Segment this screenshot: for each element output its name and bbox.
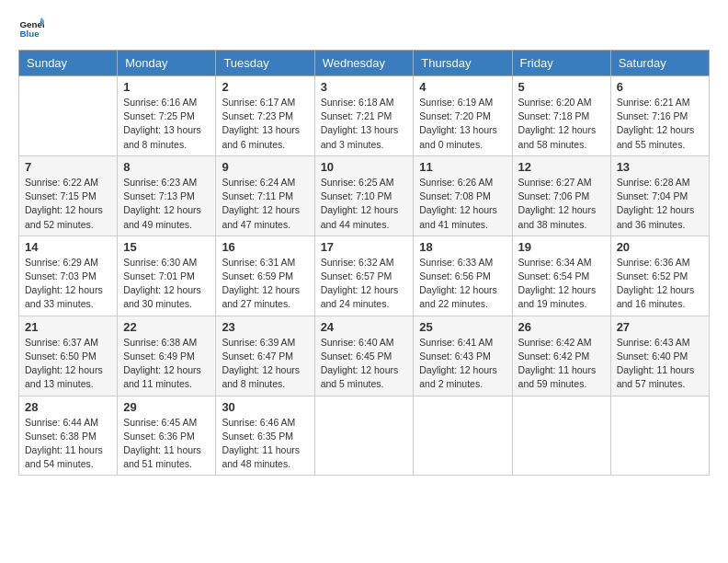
calendar-cell: 17Sunrise: 6:32 AMSunset: 6:57 PMDayligh… (314, 236, 414, 316)
daylight: Daylight: 12 hours and 38 minutes. (518, 204, 597, 229)
daylight: Daylight: 12 hours and 44 minutes. (321, 204, 399, 229)
day-number: 8 (123, 160, 210, 174)
day-number: 16 (222, 240, 308, 254)
sunrise: Sunrise: 6:29 AM (25, 257, 98, 268)
sunset: Sunset: 7:21 PM (321, 110, 392, 121)
daylight: Daylight: 12 hours and 2 minutes. (419, 364, 497, 389)
daylight: Daylight: 11 hours and 48 minutes. (222, 444, 300, 469)
calendar-cell: 4Sunrise: 6:19 AMSunset: 7:20 PMDaylight… (414, 76, 512, 156)
sunrise: Sunrise: 6:33 AM (419, 257, 493, 268)
calendar-cell: 11Sunrise: 6:26 AMSunset: 7:08 PMDayligh… (414, 155, 512, 236)
sunrise: Sunrise: 6:16 AM (123, 97, 197, 108)
sunset: Sunset: 7:08 PM (419, 190, 491, 201)
calendar-cell (414, 396, 512, 476)
day-number: 30 (222, 400, 308, 414)
daylight: Daylight: 12 hours and 47 minutes. (222, 204, 300, 229)
day-info: Sunrise: 6:33 AMSunset: 6:56 PMDaylight:… (419, 256, 506, 312)
weekday-header: Wednesday (314, 51, 414, 76)
calendar-cell (19, 76, 118, 156)
sunrise: Sunrise: 6:28 AM (617, 177, 690, 188)
day-number: 17 (321, 240, 408, 254)
sunset: Sunset: 7:03 PM (25, 270, 97, 282)
day-info: Sunrise: 6:29 AMSunset: 7:03 PMDaylight:… (25, 256, 111, 312)
sunset: Sunset: 6:40 PM (617, 350, 688, 362)
day-info: Sunrise: 6:20 AMSunset: 7:18 PMDaylight:… (518, 96, 605, 152)
calendar-cell: 14Sunrise: 6:29 AMSunset: 7:03 PMDayligh… (19, 236, 118, 316)
calendar-cell: 2Sunrise: 6:17 AMSunset: 7:23 PMDaylight… (216, 76, 314, 156)
sunset: Sunset: 6:47 PM (222, 350, 293, 362)
calendar-cell: 29Sunrise: 6:45 AMSunset: 6:36 PMDayligh… (118, 396, 216, 476)
daylight: Daylight: 11 hours and 54 minutes. (25, 444, 103, 469)
sunrise: Sunrise: 6:31 AM (222, 257, 295, 268)
daylight: Daylight: 12 hours and 49 minutes. (123, 204, 201, 229)
calendar-cell: 9Sunrise: 6:24 AMSunset: 7:11 PMDaylight… (216, 155, 314, 236)
day-number: 11 (419, 160, 506, 174)
sunset: Sunset: 7:11 PM (222, 190, 293, 201)
sunset: Sunset: 6:54 PM (518, 270, 590, 282)
day-number: 6 (617, 80, 703, 94)
sunrise: Sunrise: 6:32 AM (321, 257, 394, 268)
page-header: General Blue (18, 15, 710, 40)
daylight: Daylight: 13 hours and 6 minutes. (222, 124, 300, 149)
calendar-cell (610, 396, 709, 476)
day-number: 28 (25, 400, 111, 414)
daylight: Daylight: 12 hours and 13 minutes. (25, 364, 103, 389)
calendar-cell: 15Sunrise: 6:30 AMSunset: 7:01 PMDayligh… (118, 236, 216, 316)
calendar-cell: 30Sunrise: 6:46 AMSunset: 6:35 PMDayligh… (216, 396, 314, 476)
sunset: Sunset: 6:36 PM (123, 431, 195, 442)
weekday-header: Monday (118, 51, 216, 76)
daylight: Daylight: 12 hours and 16 minutes. (617, 284, 695, 309)
sunset: Sunset: 6:35 PM (222, 431, 293, 442)
weekday-header: Friday (512, 51, 610, 76)
calendar-cell: 16Sunrise: 6:31 AMSunset: 6:59 PMDayligh… (216, 236, 314, 316)
daylight: Daylight: 12 hours and 8 minutes. (222, 364, 300, 389)
day-number: 10 (321, 160, 408, 174)
daylight: Daylight: 13 hours and 0 minutes. (419, 124, 497, 149)
daylight: Daylight: 12 hours and 5 minutes. (321, 364, 399, 389)
calendar-week-row: 14Sunrise: 6:29 AMSunset: 7:03 PMDayligh… (19, 236, 710, 316)
sunrise: Sunrise: 6:27 AM (518, 177, 592, 188)
calendar-cell (314, 396, 414, 476)
day-info: Sunrise: 6:43 AMSunset: 6:40 PMDaylight:… (617, 336, 703, 392)
sunrise: Sunrise: 6:30 AM (123, 257, 197, 268)
sunrise: Sunrise: 6:43 AM (617, 337, 690, 348)
daylight: Daylight: 12 hours and 55 minutes. (617, 124, 695, 149)
day-info: Sunrise: 6:46 AMSunset: 6:35 PMDaylight:… (222, 416, 308, 472)
sunset: Sunset: 6:59 PM (222, 270, 293, 282)
day-number: 19 (518, 240, 605, 254)
weekday-header: Tuesday (216, 51, 314, 76)
day-info: Sunrise: 6:38 AMSunset: 6:49 PMDaylight:… (123, 336, 210, 392)
sunrise: Sunrise: 6:41 AM (419, 337, 493, 348)
daylight: Daylight: 12 hours and 11 minutes. (123, 364, 201, 389)
calendar-header-row: SundayMondayTuesdayWednesdayThursdayFrid… (19, 51, 710, 76)
day-number: 13 (617, 160, 703, 174)
daylight: Daylight: 13 hours and 8 minutes. (123, 124, 201, 149)
calendar-cell: 24Sunrise: 6:40 AMSunset: 6:45 PMDayligh… (314, 316, 414, 396)
day-info: Sunrise: 6:21 AMSunset: 7:16 PMDaylight:… (617, 96, 703, 152)
calendar-cell: 27Sunrise: 6:43 AMSunset: 6:40 PMDayligh… (610, 316, 709, 396)
day-number: 24 (321, 320, 408, 334)
day-number: 25 (419, 320, 506, 334)
daylight: Daylight: 12 hours and 30 minutes. (123, 284, 201, 309)
sunset: Sunset: 6:50 PM (25, 350, 97, 362)
calendar-cell: 12Sunrise: 6:27 AMSunset: 7:06 PMDayligh… (512, 155, 610, 236)
day-number: 14 (25, 240, 111, 254)
calendar-cell: 21Sunrise: 6:37 AMSunset: 6:50 PMDayligh… (19, 316, 118, 396)
daylight: Daylight: 13 hours and 3 minutes. (321, 124, 399, 149)
calendar-table: SundayMondayTuesdayWednesdayThursdayFrid… (18, 50, 710, 476)
sunset: Sunset: 7:15 PM (25, 190, 97, 201)
day-info: Sunrise: 6:36 AMSunset: 6:52 PMDaylight:… (617, 256, 703, 312)
calendar-cell: 6Sunrise: 6:21 AMSunset: 7:16 PMDaylight… (610, 76, 709, 156)
daylight: Daylight: 12 hours and 36 minutes. (617, 204, 695, 229)
sunrise: Sunrise: 6:36 AM (617, 257, 690, 268)
weekday-header: Thursday (414, 51, 512, 76)
daylight: Daylight: 12 hours and 22 minutes. (419, 284, 497, 309)
day-number: 20 (617, 240, 703, 254)
calendar-cell: 8Sunrise: 6:23 AMSunset: 7:13 PMDaylight… (118, 155, 216, 236)
day-info: Sunrise: 6:18 AMSunset: 7:21 PMDaylight:… (321, 96, 408, 152)
calendar-cell: 28Sunrise: 6:44 AMSunset: 6:38 PMDayligh… (19, 396, 118, 476)
sunrise: Sunrise: 6:20 AM (518, 97, 592, 108)
calendar-week-row: 1Sunrise: 6:16 AMSunset: 7:25 PMDaylight… (19, 76, 710, 156)
sunset: Sunset: 6:49 PM (123, 350, 195, 362)
svg-text:Blue: Blue (19, 29, 40, 39)
